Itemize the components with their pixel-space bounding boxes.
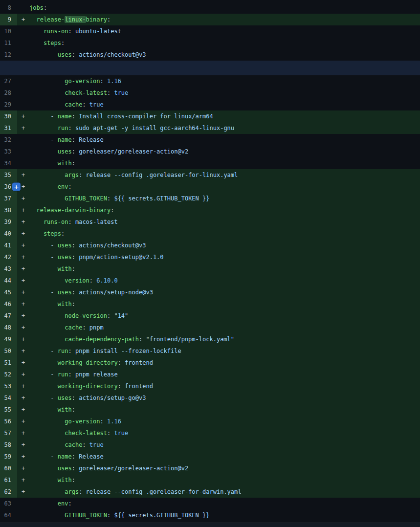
- diff-row: 38+ release-darwin-binary:: [0, 204, 420, 216]
- code-token-plain: :: [89, 277, 93, 284]
- line-number[interactable]: 10: [0, 25, 17, 37]
- code-line: + with:: [17, 263, 420, 275]
- code-token-plain: :: [72, 113, 75, 120]
- line-number[interactable]: 42: [0, 251, 17, 263]
- diff-row: 45+ - uses: actions/setup-node@v3: [0, 286, 420, 298]
- code-line: + env:: [17, 181, 420, 193]
- added-marker: +: [22, 228, 25, 240]
- line-number[interactable]: 54: [0, 392, 17, 404]
- line-number[interactable]: 28: [0, 87, 17, 99]
- line-number[interactable]: 35: [0, 169, 17, 181]
- code-token-plain: :: [72, 453, 75, 460]
- diff-row: 62+ args: release --config .goreleaser-f…: [0, 486, 420, 498]
- line-number[interactable]: 55: [0, 404, 17, 416]
- line-number[interactable]: 41: [0, 240, 17, 251]
- line-number[interactable]: 30: [0, 110, 17, 122]
- code-line: + steps:: [17, 228, 420, 240]
- line-number[interactable]: 52: [0, 369, 17, 380]
- line-number[interactable]: 34: [0, 157, 17, 169]
- add-line-comment-button[interactable]: +: [12, 183, 21, 191]
- code-token-plain: -: [29, 136, 58, 143]
- line-number[interactable]: 27: [0, 75, 17, 87]
- line-number[interactable]: 57: [0, 427, 17, 439]
- diff-row: 33 uses: goreleaser/goreleaser-action@v2: [0, 146, 420, 157]
- code-token-string: pnpm: [86, 324, 104, 331]
- code-token-plain: :: [100, 78, 104, 85]
- line-number[interactable]: 50: [0, 345, 17, 357]
- diff-footer: [0, 523, 420, 527]
- line-number[interactable]: 63: [0, 498, 17, 509]
- code-line: + - name: Install cross-compiler for lin…: [17, 110, 420, 122]
- code-token-key: uses: [58, 289, 72, 296]
- code-token-plain: :: [111, 207, 114, 214]
- added-marker: +: [22, 216, 25, 228]
- diff-row: 54+ - uses: actions/setup-go@v3: [0, 392, 420, 404]
- code-token-key: release-: [29, 16, 65, 23]
- code-token-plain: :: [68, 348, 71, 354]
- line-number[interactable]: 58: [0, 439, 17, 451]
- added-marker: +: [22, 322, 25, 333]
- line-number[interactable]: 61: [0, 474, 17, 486]
- line-number[interactable]: 8: [0, 2, 17, 14]
- line-number[interactable]: 49: [0, 333, 17, 345]
- code-token-key-changed: linux-: [65, 16, 86, 23]
- code-token-plain: :: [72, 136, 75, 143]
- added-marker: +: [22, 439, 25, 451]
- line-number[interactable]: 29: [0, 99, 17, 110]
- code-line: + working-directory: frontend: [17, 380, 420, 392]
- line-number[interactable]: 44: [0, 275, 17, 286]
- line-number[interactable]: 56: [0, 416, 17, 427]
- line-number[interactable]: 39: [0, 216, 17, 228]
- code-line: + with:: [17, 404, 420, 416]
- line-number[interactable]: 47: [0, 310, 17, 322]
- line-number[interactable]: 37: [0, 193, 17, 204]
- code-token-string: actions/setup-node@v3: [75, 289, 153, 296]
- line-number[interactable]: 45: [0, 286, 17, 298]
- line-number[interactable]: 59: [0, 451, 17, 462]
- line-number[interactable]: 40: [0, 228, 17, 240]
- code-token-key: steps: [29, 230, 61, 237]
- code-token-plain: :: [72, 254, 75, 261]
- code-token-key: with: [29, 477, 72, 483]
- line-number[interactable]: 11: [0, 37, 17, 49]
- added-marker: +: [22, 310, 25, 322]
- code-line: GITHUB_TOKEN: ${{ secrets.GITHUB_TOKEN }…: [17, 509, 420, 521]
- code-token-key: name: [58, 113, 72, 120]
- code-token-key: with: [29, 301, 72, 307]
- code-token-key: go-version: [29, 78, 100, 85]
- added-marker: +: [22, 286, 25, 298]
- line-number[interactable]: 12: [0, 49, 17, 61]
- code-line: steps:: [17, 37, 420, 49]
- line-number[interactable]: 53: [0, 380, 17, 392]
- line-number[interactable]: 33: [0, 146, 17, 157]
- diff-row: 8jobs:: [0, 2, 420, 14]
- diff-row: 53+ working-directory: frontend: [0, 380, 420, 392]
- code-token-key: uses: [58, 254, 72, 261]
- line-number[interactable]: 48: [0, 322, 17, 333]
- expand-hunk-band[interactable]: [0, 61, 420, 75]
- code-token-key: steps: [29, 40, 61, 46]
- code-token-plain: :: [68, 500, 71, 507]
- line-number[interactable]: 46: [0, 298, 17, 310]
- code-line: + release-darwin-binary:: [17, 204, 420, 216]
- line-number[interactable]: 32: [0, 134, 17, 146]
- code-token-plain: :: [118, 383, 121, 390]
- line-number[interactable]: 51: [0, 357, 17, 369]
- code-token-plain: :: [72, 301, 75, 307]
- line-number[interactable]: 62: [0, 486, 17, 498]
- line-number[interactable]: 31: [0, 122, 17, 134]
- line-number[interactable]: 60: [0, 462, 17, 474]
- line-number[interactable]: 64: [0, 509, 17, 521]
- code-line: + - run: pnpm install --frozen-lockfile: [17, 345, 420, 357]
- code-token-number: true: [86, 441, 104, 448]
- line-number[interactable]: 9: [0, 14, 17, 25]
- diff-row: 63 env:: [0, 498, 420, 509]
- code-token-plain: :: [68, 219, 71, 225]
- code-line: cache: true: [17, 99, 420, 110]
- line-number[interactable]: 43: [0, 263, 17, 275]
- code-line: - name: Release: [17, 134, 420, 146]
- line-number[interactable]: 38: [0, 204, 17, 216]
- code-token-string: release --config .goreleaser-for-darwin.…: [82, 488, 241, 495]
- code-token-plain: -: [29, 113, 58, 120]
- code-token-key: release-darwin-binary: [29, 207, 111, 214]
